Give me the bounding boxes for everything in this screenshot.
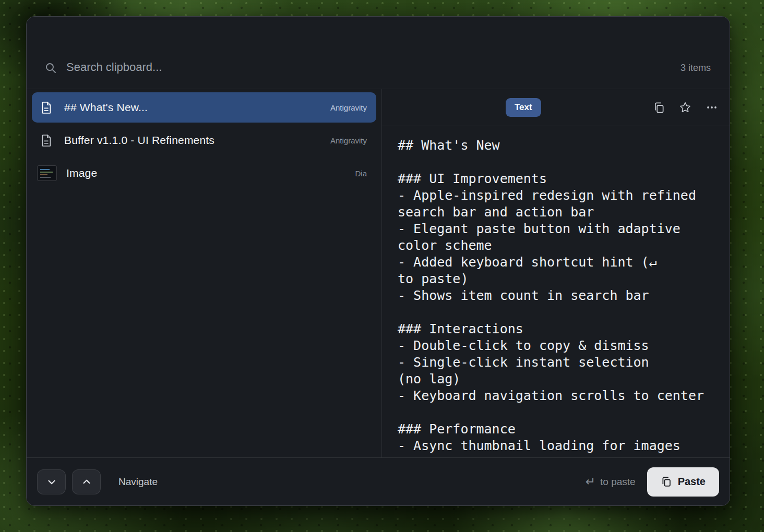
paste-button-label: Paste	[678, 476, 706, 488]
preview-header: Text	[382, 89, 730, 126]
paste-hint: ↵ to paste	[586, 476, 636, 488]
chevron-up-icon	[81, 476, 92, 488]
type-badge: Text	[506, 98, 541, 117]
list-item[interactable]: Buffer v1.1.0 - UI Refinements Antigravi…	[32, 125, 376, 155]
search-icon	[44, 62, 57, 74]
item-count: 3 items	[681, 63, 711, 74]
search-input[interactable]	[66, 61, 671, 74]
document-icon	[39, 134, 53, 147]
paste-copy-icon	[661, 476, 672, 487]
clipboard-manager-window: 3 items ## What's New... Antigravity	[26, 16, 730, 506]
navigate-up-button[interactable]	[72, 469, 101, 494]
preview-content: ## What's New ### UI Improvements - Appl…	[382, 126, 730, 457]
star-icon[interactable]	[679, 101, 691, 114]
clipboard-list: ## What's New... Antigravity Buffer v1.1…	[27, 89, 382, 457]
navigate-label: Navigate	[118, 476, 158, 488]
search-bar: 3 items	[27, 17, 730, 89]
list-item[interactable]: ## What's New... Antigravity	[32, 92, 376, 123]
list-item-title: Image	[66, 167, 349, 179]
more-options-icon[interactable]	[706, 101, 718, 114]
list-item-title: ## What's New...	[64, 101, 324, 114]
preview-actions	[653, 89, 718, 126]
list-item[interactable]: Image Dia	[32, 158, 376, 188]
return-key-icon: ↵	[586, 476, 595, 488]
preview-pane: Text	[382, 89, 730, 457]
footer-bar: Navigate ↵ to paste Paste	[27, 457, 730, 505]
document-icon	[39, 101, 53, 114]
list-item-source: Antigravity	[330, 136, 367, 145]
list-item-title: Buffer v1.1.0 - UI Refinements	[64, 134, 324, 147]
list-item-source: Dia	[355, 169, 367, 178]
copy-icon[interactable]	[653, 102, 665, 114]
chevron-down-icon	[46, 476, 57, 488]
paste-hint-text: to paste	[600, 476, 636, 488]
navigate-down-button[interactable]	[37, 469, 66, 494]
image-thumbnail	[37, 165, 57, 181]
paste-button[interactable]: Paste	[647, 467, 719, 497]
main-area: ## What's New... Antigravity Buffer v1.1…	[27, 89, 730, 457]
list-item-source: Antigravity	[330, 103, 367, 112]
